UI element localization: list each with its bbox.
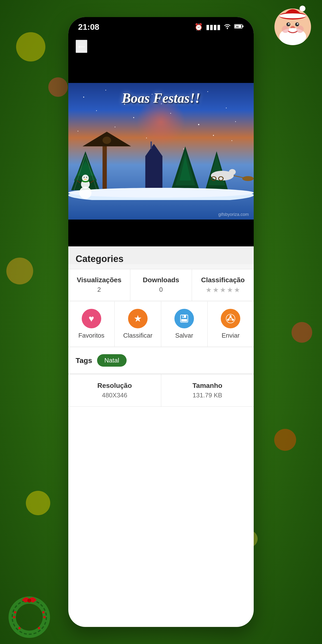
size-value: 131.79 KB [166,392,249,399]
svg-point-45 [68,188,254,198]
phone-frame: 21:08 ⏰ ▮▮▮▮ 84 [68,17,254,627]
svg-point-47 [229,169,236,175]
nav-bar: ← [68,36,254,56]
gif-watermark: gifsbyoriza.com [218,212,249,217]
gif-image: Boas Festas!! [68,83,254,220]
status-time: 21:08 [78,22,99,32]
svg-point-22 [18,627,21,629]
views-label: Visualizações [73,276,125,284]
svg-point-11 [296,26,304,33]
svg-line-57 [77,180,80,183]
classificar-icon: ★ [128,309,148,328]
resolution-label: Resolução [73,382,156,390]
star-5: ★ [234,286,240,294]
star-2: ★ [213,286,219,294]
svg-point-2 [279,14,306,18]
salvar-icon [174,309,194,328]
classificar-label: Classificar [123,332,152,339]
resolution-info: Resolução 480X346 [68,374,161,406]
rating-label: Classificação [197,276,249,284]
gif-title: Boas Festas!! [68,90,254,106]
status-bar: 21:08 ⏰ ▮▮▮▮ 84 [68,17,254,36]
categories-section: Categories [68,246,254,264]
svg-rect-38 [150,142,152,149]
status-icons: ⏰ ▮▮▮▮ 84 [194,23,244,31]
svg-marker-43 [208,155,225,186]
enviar-icon [221,309,240,328]
actions-row: ♥ Favoritos ★ Classificar Salvar [68,302,254,347]
svg-text:84: 84 [236,25,238,28]
svg-point-55 [84,177,85,178]
santa-decoration [271,5,315,49]
svg-point-3 [300,6,306,12]
svg-point-10 [282,26,289,33]
svg-rect-62 [183,316,184,317]
gif-container: Boas Festas!! [68,56,254,246]
enviar-label: Enviar [222,332,240,339]
stars-container: ★ ★ ★ ★ ★ [197,286,249,294]
tags-section: Tags Natal [68,347,254,374]
signal-icon: ▮▮▮▮ [206,23,220,31]
action-salvar[interactable]: Salvar [161,302,208,347]
back-button[interactable]: ← [76,40,87,53]
star-3: ★ [220,286,226,294]
svg-rect-29 [102,146,107,190]
favoritos-label: Favoritos [78,332,104,339]
file-info-row: Resolução 480X346 Tamanho 131.79 KB [68,374,254,407]
favoritos-icon: ♥ [82,309,101,328]
alarm-icon: ⏰ [194,23,203,31]
tag-natal[interactable]: Natal [97,354,126,367]
rating-stat: Classificação ★ ★ ★ ★ ★ [192,269,254,301]
wreath-decoration [5,590,54,639]
salvar-label: Salvar [175,332,193,339]
svg-point-20 [42,611,45,614]
action-classificar[interactable]: ★ Classificar [115,302,161,347]
svg-point-24 [227,28,228,29]
svg-point-17 [27,599,31,602]
svg-point-49 [242,176,254,181]
svg-rect-36 [146,156,162,190]
svg-point-56 [86,177,87,178]
size-label: Tamanho [166,382,249,390]
svg-point-31 [102,136,111,144]
svg-rect-26 [242,25,244,27]
downloads-label: Downloads [135,276,187,284]
svg-line-58 [90,180,94,183]
size-info: Tamanho 131.79 KB [161,374,254,406]
svg-point-19 [13,616,15,618]
svg-point-7 [297,23,298,25]
tags-label: Tags [76,356,92,365]
views-value: 2 [73,286,125,294]
wifi-icon [224,23,231,31]
star-4: ★ [227,286,233,294]
svg-point-23 [38,627,40,629]
downloads-value: 0 [135,286,187,294]
content-area: Categories Visualizações 2 Downloads 0 C… [68,246,254,407]
resolution-value: 480X346 [73,392,156,399]
action-enviar[interactable]: Enviar [208,302,254,347]
svg-point-18 [14,611,16,614]
svg-rect-61 [181,319,187,322]
categories-title: Categories [76,254,246,264]
battery-icon: 84 [234,23,244,31]
svg-marker-37 [146,144,162,156]
svg-point-21 [43,616,46,618]
star-1: ★ [206,286,212,294]
svg-point-6 [288,23,290,25]
action-favoritos[interactable]: ♥ Favoritos [68,302,115,347]
downloads-stat: Downloads 0 [130,269,192,301]
stats-row: Visualizações 2 Downloads 0 Classificaçã… [68,269,254,301]
views-stat: Visualizações 2 [68,269,130,301]
